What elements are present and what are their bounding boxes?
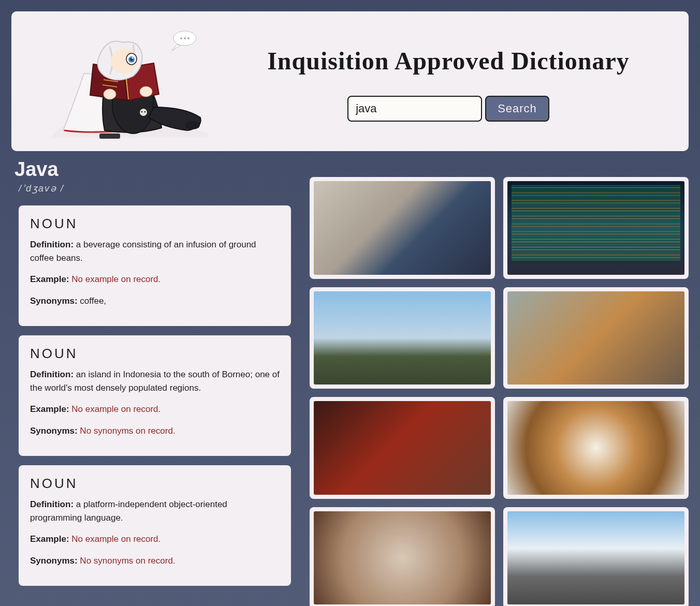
phonetic-text: /ˈdʒavə / — [19, 183, 291, 194]
image-card[interactable] — [503, 287, 689, 389]
search-form: Search — [347, 96, 549, 122]
example-text: No example on record. — [71, 274, 161, 284]
borobudur-stupas-image — [507, 511, 684, 605]
example-line: Example: No example on record. — [30, 533, 280, 546]
definition-label: Definition: — [30, 369, 76, 379]
inquisitor-reading-icon — [32, 27, 208, 141]
definitions-column: Java /ˈdʒavə / NOUNDefinition: a beverag… — [11, 158, 291, 606]
image-card[interactable] — [310, 287, 495, 389]
synonyms-text: No synonyms on record. — [80, 556, 175, 566]
example-line: Example: No example on record. — [30, 273, 280, 286]
image-card[interactable] — [310, 397, 495, 499]
example-text: No example on record. — [71, 534, 161, 544]
prambanan-temple-java-image — [314, 291, 491, 385]
laptop-with-java-books-image — [314, 181, 491, 275]
image-card[interactable] — [503, 507, 689, 606]
example-label: Example: — [30, 534, 71, 544]
svg-point-5 — [185, 121, 200, 129]
svg-point-2 — [184, 37, 186, 39]
synonyms-line: Synonyms: No synonyms on record. — [30, 424, 280, 438]
example-line: Example: No example on record. — [30, 403, 280, 416]
images-grid — [310, 158, 689, 606]
svg-point-14 — [140, 109, 147, 116]
volcano-landscape-image — [507, 291, 684, 385]
code-on-laptop-screen-image — [507, 181, 684, 275]
header: Inquisition Approved Dictionary Search — [11, 11, 689, 151]
part-of-speech: NOUN — [30, 346, 280, 362]
svg-rect-17 — [99, 134, 120, 139]
svg-point-15 — [141, 111, 143, 113]
search-input[interactable] — [347, 96, 482, 122]
image-card[interactable] — [310, 507, 495, 606]
definition-line: Definition: a platform-independent objec… — [30, 498, 280, 524]
logo-illustration — [32, 27, 208, 141]
header-right: Inquisition Approved Dictionary Search — [229, 47, 668, 122]
svg-point-13 — [140, 86, 152, 97]
example-label: Example: — [30, 274, 71, 284]
synonyms-label: Synonyms: — [30, 556, 80, 566]
search-button[interactable]: Search — [485, 96, 549, 122]
definition-line: Definition: an island in Indonesia to th… — [30, 368, 280, 394]
definition-label: Definition: — [30, 240, 76, 249]
example-text: No example on record. — [71, 404, 161, 414]
example-label: Example: — [30, 404, 71, 414]
latte-art-cup-image — [507, 401, 684, 495]
coffee-cup-topdown-image — [314, 511, 491, 605]
definition-label: Definition: — [30, 499, 76, 509]
part-of-speech: NOUN — [30, 476, 280, 492]
synonyms-text: No synonyms on record. — [80, 426, 175, 436]
definition-card: NOUNDefinition: an island in Indonesia t… — [19, 335, 291, 456]
image-card[interactable] — [503, 397, 689, 499]
word-title: Java — [14, 158, 291, 181]
image-card[interactable] — [503, 177, 689, 279]
image-card[interactable] — [310, 177, 495, 279]
definition-card: NOUNDefinition: a beverage consisting of… — [19, 205, 291, 326]
definition-card: NOUNDefinition: a platform-independent o… — [19, 465, 291, 586]
synonyms-line: Synonyms: No synonyms on record. — [30, 554, 280, 568]
synonyms-text: coffee, — [80, 296, 106, 306]
svg-point-16 — [144, 111, 146, 113]
definition-line: Definition: a beverage consisting of an … — [30, 238, 280, 264]
synonyms-label: Synonyms: — [30, 296, 80, 306]
svg-point-3 — [187, 37, 189, 39]
content-area: Java /ˈdʒavə / NOUNDefinition: a beverag… — [11, 155, 689, 606]
svg-point-11 — [132, 57, 134, 59]
synonyms-label: Synonyms: — [30, 426, 80, 436]
svg-point-12 — [104, 89, 116, 99]
site-title: Inquisition Approved Dictionary — [267, 47, 630, 75]
svg-point-1 — [180, 37, 182, 39]
synonyms-line: Synonyms: coffee, — [30, 294, 280, 308]
red-pour-over-coffee-image — [314, 401, 491, 495]
part-of-speech: NOUN — [30, 216, 280, 232]
